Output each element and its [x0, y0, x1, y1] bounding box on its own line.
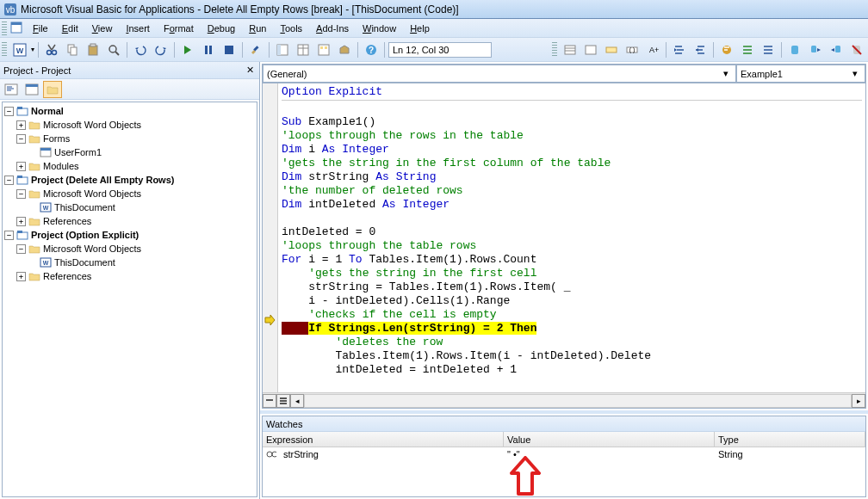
svg-rect-44 — [26, 84, 38, 87]
list-properties-button[interactable] — [561, 40, 580, 59]
view-code-button[interactable] — [2, 81, 21, 98]
uncomment-block-button[interactable] — [759, 40, 778, 59]
menu-run[interactable]: Run — [242, 22, 273, 35]
run-button[interactable] — [178, 40, 197, 59]
tree-normal[interactable]: −Normal — [4, 104, 255, 118]
copy-button[interactable] — [63, 40, 82, 59]
svg-point-7 — [53, 50, 57, 54]
tree-project2-objects[interactable]: −Microsoft Word Objects — [4, 242, 255, 256]
complete-word-button[interactable]: A+ — [643, 40, 662, 59]
tree-normal-modules[interactable]: +Modules — [4, 159, 255, 173]
watches-panel: Watches Expression Value Type strString … — [262, 416, 866, 497]
scroll-left-button[interactable]: ◂ — [290, 394, 304, 408]
bookmark-button[interactable] — [785, 40, 804, 59]
reset-button[interactable] — [220, 40, 239, 59]
project-explorer-button[interactable] — [273, 40, 292, 59]
menu-view[interactable]: View — [85, 22, 120, 35]
toolbar-grip — [2, 42, 7, 58]
find-button[interactable] — [104, 40, 123, 59]
svg-rect-25 — [325, 46, 327, 49]
code-margin[interactable] — [263, 83, 278, 392]
menu-file[interactable]: File — [26, 22, 55, 35]
scroll-right-button[interactable]: ▸ — [852, 394, 865, 408]
breakpoint-button[interactable] — [717, 40, 736, 59]
watches-header: Watches — [263, 416, 865, 432]
svg-text:( ): ( ) — [629, 46, 636, 53]
menu-debug[interactable]: Debug — [201, 22, 242, 35]
quick-info-button[interactable] — [602, 40, 621, 59]
watches-col-type[interactable]: Type — [715, 432, 865, 447]
tree-project1[interactable]: −Project (Delete All Empty Rows) — [4, 173, 255, 187]
watches-col-expression[interactable]: Expression — [263, 432, 504, 447]
paste-button[interactable] — [84, 40, 102, 59]
svg-rect-46 — [17, 107, 22, 109]
parameter-info-button[interactable]: ( ) — [623, 40, 642, 59]
code-editor[interactable]: Option Explicit Sub Example1() 'loops th… — [278, 83, 865, 392]
view-object-button[interactable] — [22, 81, 41, 98]
tree-project2[interactable]: −Project (Option Explicit) — [4, 228, 255, 242]
menu-window[interactable]: Window — [356, 22, 403, 35]
undo-button[interactable] — [131, 40, 150, 59]
project-tree[interactable]: −Normal +Microsoft Word Objects −Forms U… — [2, 102, 257, 497]
tree-references2[interactable]: +References — [4, 269, 255, 283]
watches-col-value[interactable]: Value — [504, 432, 715, 447]
next-bookmark-button[interactable] — [806, 40, 825, 59]
menu-insert[interactable]: Insert — [119, 22, 157, 35]
tree-project1-objects[interactable]: −Microsoft Word Objects — [4, 187, 255, 200]
tree-thisdocument1[interactable]: WThisDocument — [4, 200, 255, 214]
svg-rect-57 — [266, 399, 273, 401]
control-box-icon[interactable] — [10, 22, 26, 35]
menu-addins[interactable]: Add-Ins — [309, 22, 356, 35]
object-browser-button[interactable] — [314, 40, 333, 59]
procedure-dropdown[interactable]: Example1▾ — [736, 65, 865, 83]
view-word-button[interactable]: W — [10, 40, 29, 59]
cut-button[interactable] — [42, 40, 61, 59]
list-constants-button[interactable] — [581, 40, 600, 59]
horizontal-splitter[interactable] — [260, 410, 868, 414]
tree-thisdocument2[interactable]: WThisDocument — [4, 256, 255, 269]
object-dropdown[interactable]: (General)▾ — [263, 65, 736, 83]
svg-rect-49 — [17, 177, 28, 184]
code-scrollbar[interactable]: ◂ ▸ — [263, 392, 865, 408]
tree-userform1[interactable]: UserForm1 — [4, 145, 255, 159]
toolbox-button[interactable] — [335, 40, 354, 59]
clear-bookmarks-button[interactable] — [847, 40, 866, 59]
menu-edit[interactable]: Edit — [55, 22, 85, 35]
watch-row[interactable]: strString " •" String — [263, 447, 865, 461]
menu-help[interactable]: Help — [403, 22, 437, 35]
svg-rect-9 — [71, 47, 77, 55]
proc-view-button[interactable] — [263, 394, 276, 408]
toggle-folders-button[interactable] — [43, 81, 62, 98]
menu-format[interactable]: Format — [157, 22, 201, 35]
watch-glasses-icon — [263, 447, 280, 461]
help-button[interactable]: ? — [362, 40, 381, 59]
svg-text:A+: A+ — [649, 46, 659, 54]
svg-rect-3 — [11, 22, 22, 25]
properties-button[interactable] — [294, 40, 313, 59]
menu-tools[interactable]: Tools — [273, 22, 309, 35]
svg-rect-59 — [280, 400, 287, 402]
svg-rect-19 — [277, 45, 281, 55]
svg-rect-23 — [319, 45, 329, 55]
svg-rect-10 — [89, 46, 97, 55]
svg-rect-31 — [586, 46, 596, 54]
design-mode-button[interactable] — [246, 40, 265, 59]
svg-rect-28 — [565, 46, 575, 54]
svg-text:?: ? — [369, 46, 374, 55]
tree-references1[interactable]: +References — [4, 214, 255, 228]
break-button[interactable] — [199, 40, 218, 59]
redo-button[interactable] — [152, 40, 170, 59]
comment-block-button[interactable] — [738, 40, 757, 59]
tree-normal-forms[interactable]: −Forms — [4, 132, 255, 145]
svg-point-12 — [109, 46, 116, 52]
prev-bookmark-button[interactable] — [827, 40, 846, 59]
full-module-view-button[interactable] — [276, 394, 290, 408]
svg-text:W: W — [16, 46, 24, 55]
watch-expression: strString — [280, 447, 504, 461]
tree-normal-objects[interactable]: +Microsoft Word Objects — [4, 118, 255, 132]
outdent-button[interactable] — [691, 40, 710, 59]
indent-button[interactable] — [670, 40, 689, 59]
code-window: (General)▾ Example1▾ Option Explicit Sub… — [262, 64, 866, 409]
svg-rect-48 — [40, 148, 51, 151]
project-panel-close-button[interactable]: ✕ — [244, 65, 256, 77]
